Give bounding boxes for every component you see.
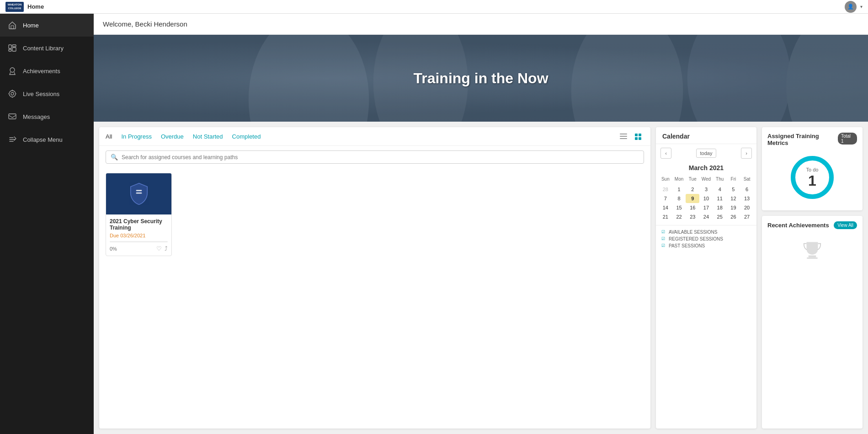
achievements-panel: Recent Achievements View All	[762, 216, 863, 429]
calendar-header: Calendar	[656, 127, 756, 144]
main-layout: Home Content Library Achievements	[0, 14, 868, 434]
cal-day[interactable]: 13	[740, 194, 754, 203]
svg-rect-21	[136, 190, 142, 191]
weekday-wed: Wed	[699, 175, 713, 183]
legend-registered: ☑ REGISTERED SESSIONS	[660, 236, 752, 241]
weekday-sun: Sun	[659, 175, 672, 183]
user-avatar[interactable]: 👤	[845, 1, 857, 13]
cal-day[interactable]: 18	[713, 203, 727, 212]
cal-day[interactable]: 12	[727, 194, 740, 203]
topbar-right: 👤 ▾	[845, 1, 863, 13]
sidebar-item-collapse-menu[interactable]: Collapse Menu	[0, 128, 94, 151]
cal-day[interactable]: 17	[699, 203, 713, 212]
weekday-thu: Thu	[713, 175, 727, 183]
tab-in-progress[interactable]: In Progress	[121, 133, 151, 145]
cal-day[interactable]: 21	[659, 212, 672, 221]
topbar-title: Home	[27, 3, 44, 10]
svg-point-7	[11, 92, 14, 95]
topbar-left: WHEATON COLLEGE Home	[5, 2, 44, 12]
sidebar-item-live-sessions[interactable]: Live Sessions	[0, 82, 94, 105]
cal-day[interactable]: 27	[740, 212, 754, 221]
sidebar: Home Content Library Achievements	[0, 14, 94, 434]
achievement-placeholder	[767, 234, 857, 266]
tab-all[interactable]: All	[106, 133, 112, 145]
cal-day[interactable]: 16	[686, 203, 699, 212]
sidebar-item-content-library[interactable]: Content Library	[0, 37, 94, 59]
right-panels: Assigned Training Metrics Total 1 To do …	[762, 127, 863, 429]
share-icon[interactable]: ⤴	[165, 245, 168, 252]
search-input[interactable]	[122, 154, 639, 161]
cal-day[interactable]: 25	[713, 212, 727, 221]
list-view-btn[interactable]	[618, 132, 629, 142]
training-search: 🔍	[99, 146, 650, 168]
cal-day[interactable]: 11	[713, 194, 727, 203]
sidebar-item-content-library-label: Content Library	[23, 45, 64, 52]
calendar-today-btn[interactable]: today	[696, 149, 717, 158]
cal-day[interactable]: 10	[699, 194, 713, 203]
svg-point-12	[687, 35, 791, 122]
tab-completed[interactable]: Completed	[232, 133, 261, 145]
cal-day[interactable]: 3	[699, 185, 713, 194]
svg-rect-18	[639, 134, 641, 136]
sidebar-item-collapse-menu-label: Collapse Menu	[23, 136, 63, 143]
metrics-header: Assigned Training Metrics Total 1	[767, 133, 857, 146]
svg-point-6	[9, 91, 16, 97]
cal-day[interactable]: 14	[659, 203, 672, 212]
search-wrap[interactable]: 🔍	[106, 150, 644, 164]
cal-day[interactable]: 20	[740, 203, 754, 212]
calendar-next-btn[interactable]: ›	[741, 148, 752, 159]
legend-past: ☑ PAST SESSIONS	[660, 243, 752, 248]
cal-day[interactable]: 7	[659, 194, 672, 203]
achievements-title: Recent Achievements	[767, 222, 829, 229]
training-tabs: All In Progress Overdue Not Started Comp…	[99, 127, 650, 146]
training-panel: All In Progress Overdue Not Started Comp…	[99, 127, 650, 429]
sidebar-item-messages[interactable]: Messages	[0, 105, 94, 128]
svg-point-13	[786, 35, 868, 122]
view-all-button[interactable]: View All	[834, 221, 857, 229]
cal-day[interactable]: 28	[659, 185, 672, 194]
cal-day[interactable]: 4	[713, 185, 727, 194]
calendar-panel: Calendar ‹ today › March 2021 Sun Mon Tu…	[656, 127, 756, 429]
cal-day[interactable]: 26	[727, 212, 740, 221]
cal-day[interactable]: 5	[727, 185, 740, 194]
favorite-icon[interactable]: ♡	[156, 245, 162, 252]
svg-point-11	[571, 35, 683, 122]
cal-day[interactable]: 22	[672, 212, 686, 221]
sidebar-item-achievements[interactable]: Achievements	[0, 59, 94, 82]
cal-day[interactable]: 19	[727, 203, 740, 212]
training-cards: 2021 Cyber Security Training Due 03/26/2…	[99, 168, 650, 429]
available-check-icon: ☑	[660, 229, 666, 235]
donut-label: To do	[806, 167, 819, 172]
cal-day-today[interactable]: 9	[686, 194, 699, 203]
hero-title: Training in the Now	[413, 70, 548, 87]
achievements-header: Recent Achievements View All	[767, 221, 857, 229]
sidebar-item-achievements-label: Achievements	[23, 68, 60, 75]
cal-day[interactable]: 15	[672, 203, 686, 212]
registered-check-icon: ☑	[660, 236, 666, 241]
cal-day[interactable]: 8	[672, 194, 686, 203]
cal-day[interactable]: 1	[672, 185, 686, 194]
topbar: WHEATON COLLEGE Home 👤 ▾	[0, 0, 868, 14]
cal-day[interactable]: 2	[686, 185, 699, 194]
svg-rect-2	[12, 45, 16, 47]
tab-not-started[interactable]: Not Started	[193, 133, 223, 145]
course-actions: 0% ♡ ⤴	[110, 245, 168, 252]
sidebar-item-home[interactable]: Home	[0, 14, 94, 37]
calendar-title: Calendar	[662, 133, 690, 140]
bottom-area: All In Progress Overdue Not Started Comp…	[94, 122, 868, 434]
cal-day[interactable]: 6	[740, 185, 754, 194]
grid-view-btn[interactable]	[632, 132, 644, 142]
cal-day[interactable]: 23	[686, 212, 699, 221]
sidebar-item-live-sessions-label: Live Sessions	[23, 91, 59, 97]
cal-day[interactable]: 24	[699, 212, 713, 221]
svg-rect-0	[11, 26, 14, 29]
calendar-prev-btn[interactable]: ‹	[660, 148, 671, 159]
hero-banner: Training in the Now	[94, 35, 868, 122]
chevron-down-icon[interactable]: ▾	[860, 4, 863, 9]
logo-text: WHEATON COLLEGE	[5, 3, 24, 10]
course-card-body: 2021 Cyber Security Training Due 03/26/2…	[106, 214, 171, 256]
tab-overdue[interactable]: Overdue	[161, 133, 184, 145]
weekday-fri: Fri	[727, 175, 740, 183]
donut-number: 1	[808, 173, 816, 188]
sidebar-item-home-label: Home	[23, 22, 39, 29]
